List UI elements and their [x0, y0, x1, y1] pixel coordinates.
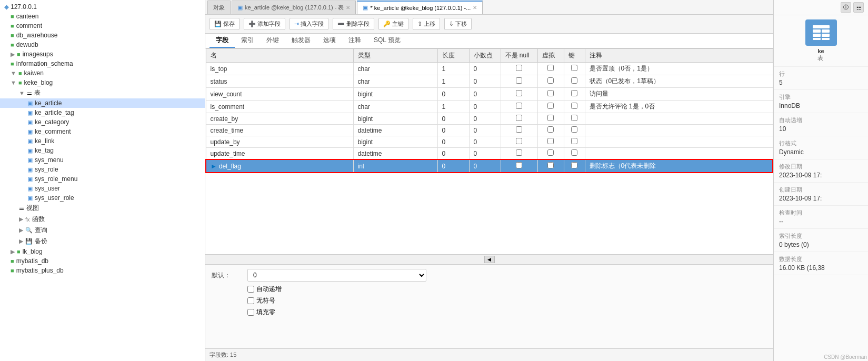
tab-triggers[interactable]: 触发器: [285, 34, 317, 48]
sidebar-item-sys-user[interactable]: ▣ sys_user: [0, 184, 205, 193]
virtual-checkbox[interactable]: [547, 65, 554, 71]
table-row[interactable]: update_bybigint00: [206, 136, 773, 148]
table-row[interactable]: is_topchar10是否置顶（0否，1是）: [206, 63, 773, 75]
close-tab-icon[interactable]: ✕: [473, 5, 477, 11]
sidebar-item-table-folder[interactable]: ▼ ⚌ 表: [0, 87, 205, 98]
default-value-select[interactable]: 0 NULL （无）: [247, 269, 426, 282]
move-down-button[interactable]: ⇩ 下移: [444, 18, 472, 30]
expand-icon: ▼: [19, 90, 25, 96]
key-checkbox[interactable]: [571, 65, 577, 71]
virtual-checkbox[interactable]: [547, 126, 554, 133]
sidebar-item-db-warehouse[interactable]: ■ db_warehouse: [0, 31, 205, 40]
sidebar-item-comment[interactable]: ■ comment: [0, 21, 205, 31]
not-null-checkbox[interactable]: [516, 103, 522, 109]
sidebar-item-imagesups[interactable]: ▶ ■ imagesups: [0, 49, 205, 59]
delete-field-button[interactable]: ➖ 删除字段: [333, 18, 374, 30]
sidebar-item-mybatis-db[interactable]: ■ mybatis_db: [0, 256, 205, 266]
tab-comments[interactable]: 注释: [342, 34, 367, 48]
sidebar-item-information-schema[interactable]: ■ information_schema: [0, 59, 205, 68]
field-key-cell: [564, 75, 585, 88]
tab-indexes[interactable]: 索引: [235, 34, 260, 48]
table-row[interactable]: ►del_flagint00删除标志（0代表未删除: [206, 159, 773, 173]
virtual-checkbox[interactable]: [547, 162, 554, 168]
tab-objects[interactable]: 对象: [207, 1, 231, 14]
save-button[interactable]: 💾 保存: [209, 18, 240, 30]
sidebar-item-views[interactable]: ⚌ 视图: [0, 203, 205, 214]
sidebar-item-queries[interactable]: ▶ 🔍 查询: [0, 225, 205, 236]
scroll-strip[interactable]: ◀: [205, 254, 773, 264]
key-checkbox[interactable]: [571, 90, 577, 96]
sidebar-item-ke-link[interactable]: ▣ ke_link: [0, 136, 205, 146]
insert-field-button[interactable]: ⇥ 插入字段: [290, 18, 328, 30]
not-null-checkbox[interactable]: [516, 65, 522, 71]
sidebar-item-dewudb[interactable]: ■ dewudb: [0, 40, 205, 49]
close-tab-icon[interactable]: ✕: [346, 5, 350, 11]
virtual-checkbox[interactable]: [547, 149, 554, 156]
sidebar-item-sys-menu[interactable]: ▣ sys_menu: [0, 155, 205, 165]
sidebar-item-mybatis-plus-db[interactable]: ■ mybatis_plus_db: [0, 266, 205, 275]
sidebar-item-keke-blog[interactable]: ▼ ■ keke_blog: [0, 78, 205, 87]
table-wrapper[interactable]: 名 类型 长度 小数点 不是 null 虚拟 键 注释 is_topchar10…: [205, 48, 773, 254]
sidebar-item-kaiwen[interactable]: ▼ ■ kaiwen: [0, 68, 205, 78]
virtual-checkbox[interactable]: [547, 138, 554, 144]
key-checkbox[interactable]: [571, 162, 577, 168]
down-icon: ⇩: [449, 21, 454, 27]
key-checkbox[interactable]: [571, 77, 577, 84]
table-row[interactable]: is_commentchar10是否允许评论 1是，0否: [206, 101, 773, 113]
not-null-checkbox[interactable]: [516, 126, 522, 133]
virtual-checkbox[interactable]: [547, 103, 554, 109]
field-name-cell: create_time: [206, 125, 353, 136]
sidebar-item-ke-article[interactable]: ▣ ke_article: [0, 98, 205, 108]
table-row[interactable]: create_bybigint00: [206, 113, 773, 125]
sidebar-item-functions[interactable]: ▶ fx 函数: [0, 214, 205, 225]
primary-key-button[interactable]: 🔑 主键: [378, 18, 408, 30]
table-row[interactable]: statuschar10状态（0已发布，1草稿）: [206, 75, 773, 88]
zerofill-checkbox[interactable]: [247, 309, 254, 316]
auto-increment-checkbox[interactable]: [247, 286, 254, 293]
not-null-checkbox[interactable]: [516, 90, 522, 96]
key-checkbox[interactable]: [571, 149, 577, 156]
sidebar-server[interactable]: ◆ 127.0.0.1: [0, 2, 205, 12]
field-length-cell: 0: [437, 88, 469, 101]
sidebar-item-backup[interactable]: ▶ 💾 备份: [0, 236, 205, 247]
db-icon: ■: [18, 79, 22, 86]
key-checkbox[interactable]: [571, 103, 577, 109]
table-icon: ▣: [27, 109, 33, 116]
sidebar-item-ke-tag[interactable]: ▣ ke_tag: [0, 146, 205, 155]
virtual-checkbox[interactable]: [547, 115, 554, 121]
tab-ke-article-view[interactable]: ▣ ke_article @keke_blog (127.0.0.1) - 表 …: [232, 1, 356, 14]
table-row[interactable]: update_timedatetime00: [206, 148, 773, 160]
key-checkbox[interactable]: [571, 126, 577, 133]
sidebar-item-ke-comment[interactable]: ▣ ke_comment: [0, 127, 205, 136]
info-button[interactable]: ⓘ: [841, 2, 851, 13]
table-row[interactable]: create_timedatetime00: [206, 125, 773, 136]
sidebar-item-sys-role[interactable]: ▣ sys_role: [0, 165, 205, 174]
not-null-checkbox[interactable]: [516, 162, 522, 168]
tab-fields[interactable]: 字段: [209, 34, 235, 48]
scroll-left-button[interactable]: ◀: [484, 256, 495, 263]
tab-foreign-keys[interactable]: 外键: [260, 34, 285, 48]
move-up-button[interactable]: ⇧ 上移: [413, 18, 440, 30]
virtual-checkbox[interactable]: [547, 77, 554, 84]
sidebar-item-canteen[interactable]: ■ canteen: [0, 12, 205, 21]
not-null-checkbox[interactable]: [516, 77, 522, 84]
not-null-checkbox[interactable]: [516, 138, 522, 144]
not-null-checkbox[interactable]: [516, 149, 522, 156]
tab-options[interactable]: 选项: [317, 34, 342, 48]
key-checkbox[interactable]: [571, 115, 577, 121]
tab-ke-article-edit[interactable]: ▣ * ke_article @keke_blog (127.0.0.1) -.…: [357, 1, 483, 14]
sidebar-item-sys-user-role[interactable]: ▣ sys_user_role: [0, 193, 205, 203]
sidebar-item-sys-role-menu[interactable]: ▣ sys_role_menu: [0, 174, 205, 184]
field-type-cell: char: [353, 63, 437, 75]
tab-sql-preview[interactable]: SQL 预览: [367, 34, 407, 48]
sidebar-item-lk-blog[interactable]: ▶ ■ lk_blog: [0, 247, 205, 256]
grid-button[interactable]: ☷: [853, 2, 864, 13]
add-field-button[interactable]: ➕ 添加字段: [244, 18, 285, 30]
not-null-checkbox[interactable]: [516, 115, 522, 121]
table-row[interactable]: view_countbigint00访问量: [206, 88, 773, 101]
virtual-checkbox[interactable]: [547, 90, 554, 96]
sidebar-item-ke-article-tag[interactable]: ▣ ke_article_tag: [0, 108, 205, 117]
key-checkbox[interactable]: [571, 138, 577, 144]
unsigned-checkbox[interactable]: [247, 297, 254, 304]
sidebar-item-ke-category[interactable]: ▣ ke_category: [0, 117, 205, 127]
